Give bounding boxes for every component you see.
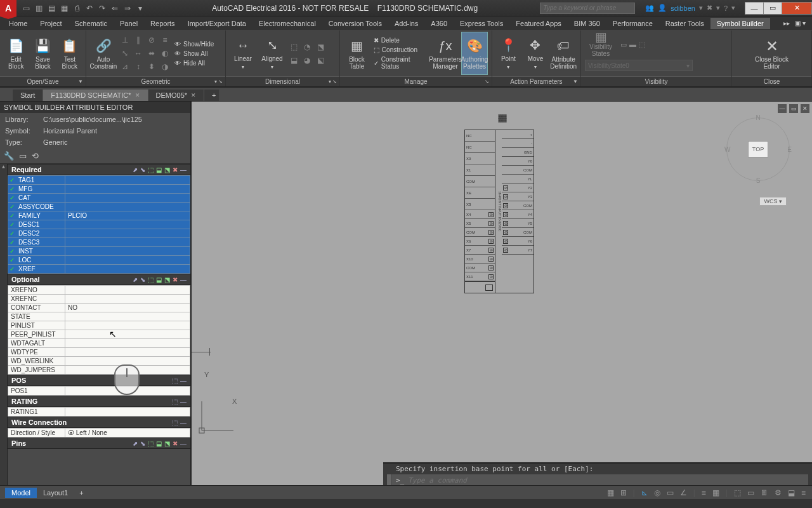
dim-icons[interactable]: ⬚◔⬔ ⬓◕⬕ bbox=[288, 41, 326, 66]
qat-saveas-icon[interactable]: ▦ bbox=[60, 4, 69, 13]
doc-tab[interactable]: Start bbox=[13, 90, 43, 101]
attr-row[interactable]: STATE bbox=[8, 312, 190, 321]
menu-symbolbuilder[interactable]: Symbol Builder bbox=[710, 18, 770, 29]
attr-row[interactable]: PEER_PINLIST bbox=[8, 330, 190, 339]
menu-electromechanical[interactable]: Electromechanical bbox=[252, 18, 322, 29]
attr-row[interactable]: INST bbox=[8, 247, 190, 256]
construction-button[interactable]: ⬚ Construction bbox=[372, 46, 429, 54]
attr-row[interactable]: PINLIST bbox=[8, 321, 190, 330]
attribute-definition-button[interactable]: 🏷Attribute Definition bbox=[550, 32, 577, 75]
layout1-tab[interactable]: Layout1 bbox=[37, 488, 74, 498]
ribbon-min-icon[interactable]: ▣ ▾ bbox=[794, 18, 807, 28]
menu-featuredapps[interactable]: Featured Apps bbox=[509, 18, 568, 29]
group-header[interactable]: POS⬚— bbox=[8, 375, 190, 386]
status-polar-icon[interactable]: ◎ bbox=[653, 488, 662, 497]
wcs-badge[interactable]: WCS ▾ bbox=[759, 197, 787, 206]
attr-row[interactable]: CAT bbox=[8, 194, 190, 203]
attr-row[interactable]: DESC3 bbox=[8, 238, 190, 247]
show-hide-button[interactable]: 👁 Show/Hide bbox=[173, 40, 215, 48]
menu-bim360[interactable]: BIM 360 bbox=[568, 18, 606, 29]
menu-conversiontools[interactable]: Conversion Tools bbox=[322, 18, 388, 29]
qat-next-icon[interactable]: ⇒ bbox=[123, 4, 132, 13]
attr-row[interactable]: LOC bbox=[8, 256, 190, 265]
status-trans-icon[interactable]: ▦ bbox=[711, 488, 721, 497]
group-header[interactable]: Optional⬈⬊⬚⬓⬔✖— bbox=[8, 274, 190, 285]
command-input[interactable] bbox=[408, 476, 808, 485]
group-header[interactable]: RATING⬚— bbox=[8, 396, 190, 407]
attr-row[interactable]: RATING1 bbox=[8, 408, 190, 417]
qat-open-icon[interactable]: ▥ bbox=[34, 4, 43, 13]
delete-button[interactable]: ✖ Delete bbox=[372, 36, 429, 44]
point-button[interactable]: 📍Point▼ bbox=[496, 32, 521, 75]
qat-plot-icon[interactable]: ⎙ bbox=[72, 4, 81, 13]
hide-all-button[interactable]: 👁 Hide All bbox=[173, 59, 215, 67]
close-block-editor-button[interactable]: ✕Close Block Editor bbox=[753, 32, 791, 75]
tool-icon[interactable]: ▭ bbox=[19, 151, 27, 161]
qat-redo-icon[interactable]: ↷ bbox=[98, 4, 107, 13]
authoring-palettes-button[interactable]: 🎨Authoring Palettes bbox=[461, 32, 488, 75]
menu-schematic[interactable]: Schematic bbox=[69, 18, 114, 29]
show-all-button[interactable]: 👁 Show All bbox=[173, 50, 215, 58]
edit-block-button[interactable]: 📄Edit Block bbox=[4, 32, 28, 75]
status-ws-icon[interactable]: ⚙ bbox=[773, 488, 783, 497]
attr-row[interactable]: XREFNO bbox=[8, 286, 190, 295]
status-osnap-icon[interactable]: ▭ bbox=[665, 488, 675, 497]
attr-row[interactable]: WDTYPE bbox=[8, 348, 190, 357]
status-menu-icon[interactable]: ≡ bbox=[800, 488, 807, 497]
status-ann-icon[interactable]: 🗏 bbox=[759, 488, 769, 497]
block-table-button[interactable]: ▦Block Table bbox=[344, 32, 370, 75]
move-button[interactable]: ✥Move▼ bbox=[523, 32, 548, 75]
attr-row[interactable]: XREFNC bbox=[8, 295, 190, 304]
menu-home[interactable]: Home bbox=[3, 18, 34, 29]
qat-save-icon[interactable]: ▤ bbox=[47, 4, 56, 13]
attr-row[interactable]: WDTAGALT bbox=[8, 339, 190, 348]
attr-row[interactable]: POS1 bbox=[8, 387, 190, 396]
group-header[interactable]: Wire Connection⬚— bbox=[8, 417, 190, 428]
help-icon[interactable]: ? bbox=[724, 4, 728, 12]
close-icon[interactable]: ✕ bbox=[191, 92, 196, 98]
constraint-icons[interactable]: ⊥∥⊘≡ ⤡↔⬌◐ ⊿↕⬍◑ bbox=[119, 34, 171, 72]
save-block-button[interactable]: 💾Save Block bbox=[30, 32, 55, 75]
qat-new-icon[interactable]: ▭ bbox=[22, 4, 30, 13]
menu-rastertools[interactable]: Raster Tools bbox=[659, 18, 710, 29]
ribbon-expand-icon[interactable]: ▸▸ bbox=[782, 18, 791, 28]
cmd-handle-icon[interactable] bbox=[387, 474, 392, 485]
constraint-status-button[interactable]: ✓ Constraint Status bbox=[372, 55, 429, 70]
menu-addins[interactable]: Add-ins bbox=[388, 18, 424, 29]
parameters-manager-button[interactable]: ƒxParameters Manager bbox=[432, 32, 459, 75]
add-layout-button[interactable]: + bbox=[74, 488, 88, 498]
doc-tab[interactable]: DEMO05*✕ bbox=[148, 90, 205, 101]
status-snap-icon[interactable]: ⊞ bbox=[619, 488, 628, 497]
menu-reports[interactable]: Reports bbox=[144, 18, 181, 29]
exchange-icon[interactable]: ✖ bbox=[707, 4, 712, 12]
close-button[interactable]: ✕ bbox=[782, 2, 812, 15]
app-icon[interactable]: A bbox=[0, 0, 16, 17]
model-tab[interactable]: Model bbox=[5, 488, 37, 498]
attr-row[interactable]: FAMILYPLCIO bbox=[8, 211, 190, 220]
attr-row[interactable]: DESC2 bbox=[8, 229, 190, 238]
canvas-minimize-icon[interactable]: — bbox=[778, 104, 787, 113]
tool-icon[interactable]: 🔧 bbox=[4, 151, 14, 161]
menu-expresstools[interactable]: Express Tools bbox=[454, 18, 509, 29]
status-sc-icon[interactable]: ▭ bbox=[746, 488, 756, 497]
menu-importexportdata[interactable]: Import/Export Data bbox=[181, 18, 252, 29]
status-otrack-icon[interactable]: ∠ bbox=[679, 488, 688, 497]
new-tab-button[interactable]: + bbox=[204, 90, 220, 101]
drawing-canvas[interactable]: — ▭ ✕ TOP N S E W WCS ▾ ▓▓▓▓▓▓ NCNCX0X1C… bbox=[192, 102, 812, 485]
user-area[interactable]: 👥 👤 sdibben ▾ ✖ ▾ ? ▾ bbox=[640, 4, 740, 12]
menu-panel[interactable]: Panel bbox=[114, 18, 144, 29]
attr-row[interactable]: ASSYCODE bbox=[8, 203, 190, 211]
search-input[interactable] bbox=[540, 3, 635, 14]
group-header[interactable]: Pins⬈⬊⬚⬓⬔✖— bbox=[8, 438, 190, 449]
status-qp-icon[interactable]: ⬚ bbox=[733, 488, 742, 497]
attr-row[interactable]: Direction / Style⦿ Left / None bbox=[8, 429, 190, 438]
linear-button[interactable]: ↔Linear▼ bbox=[230, 32, 256, 75]
attr-row[interactable]: XREF bbox=[8, 265, 190, 274]
tool-icon[interactable]: ⟲ bbox=[32, 151, 39, 161]
attr-row[interactable]: WD_JUMPERS bbox=[8, 366, 190, 375]
doc-tab[interactable]: F1130DRD SCHEMATIC*✕ bbox=[43, 90, 148, 101]
attr-row[interactable]: MFG bbox=[8, 185, 190, 194]
attr-row[interactable]: DESC1 bbox=[8, 220, 190, 229]
close-icon[interactable]: ✕ bbox=[135, 92, 140, 98]
test-block-button[interactable]: 📋Test Block bbox=[58, 32, 82, 75]
